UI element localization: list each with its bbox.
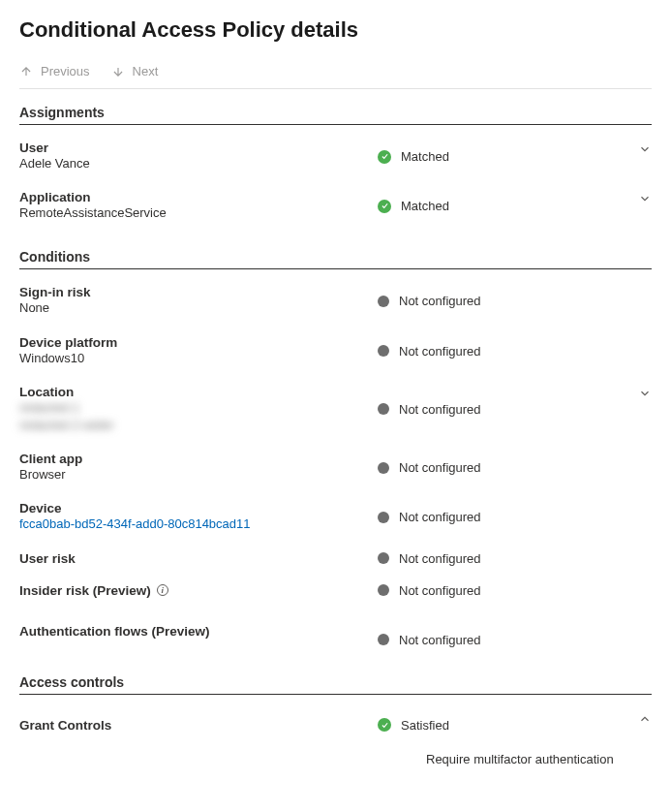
page-title: Conditional Access Policy details	[19, 17, 652, 43]
chevron-down-icon	[638, 387, 652, 400]
location-status: Not configured	[399, 402, 481, 417]
status-dot-icon	[378, 512, 389, 523]
user-risk-status: Not configured	[399, 551, 481, 566]
location-row[interactable]: Location redacted-1 redacted-2-wider Not…	[19, 379, 652, 446]
user-risk-label: User risk	[19, 551, 368, 566]
device-platform-label: Device platform	[19, 335, 368, 350]
user-status: Matched	[401, 149, 449, 164]
access-controls-header: Access controls	[19, 674, 652, 695]
next-button[interactable]: Next	[111, 64, 159, 78]
insider-risk-status: Not configured	[399, 583, 481, 598]
chevron-down-icon	[638, 192, 652, 205]
status-dot-icon	[378, 462, 389, 474]
application-value: RemoteAssistanceService	[19, 204, 368, 222]
sign-in-risk-label: Sign-in risk	[19, 285, 368, 299]
status-dot-icon	[378, 345, 389, 357]
expand-user-button[interactable]	[638, 142, 652, 159]
auth-flows-label: Authentication flows (Preview)	[19, 624, 368, 639]
sign-in-risk-status: Not configured	[399, 294, 481, 308]
device-label: Device	[19, 501, 368, 515]
user-row[interactable]: User Adele Vance Matched	[19, 135, 652, 184]
chevron-up-icon	[638, 712, 652, 726]
next-label: Next	[133, 64, 159, 78]
device-platform-value: Windows10	[19, 350, 368, 367]
check-circle-icon	[378, 718, 391, 732]
previous-button[interactable]: Previous	[19, 64, 90, 78]
client-app-status: Not configured	[399, 460, 481, 475]
status-dot-icon	[378, 403, 389, 415]
check-circle-icon	[378, 150, 391, 164]
insider-risk-text: Insider risk (Preview)	[19, 583, 151, 598]
conditions-header: Conditions	[19, 249, 652, 269]
chevron-down-icon	[638, 142, 652, 156]
client-app-label: Client app	[19, 452, 368, 466]
grant-controls-row[interactable]: Grant Controls Satisfied	[19, 704, 652, 744]
conditions-section: Conditions Sign-in risk None Not configu…	[19, 249, 652, 658]
grant-controls-status: Satisfied	[401, 718, 449, 733]
auth-flows-row: Authentication flows (Preview) Not confi…	[19, 609, 652, 659]
location-label: Location	[19, 385, 368, 399]
device-status: Not configured	[399, 510, 481, 524]
client-app-value: Browser	[19, 466, 368, 484]
assignments-section: Assignments User Adele Vance Matched App…	[19, 105, 652, 234]
grant-controls-detail: Require multifactor authentication	[19, 744, 652, 766]
client-app-row: Client app Browser Not configured	[19, 446, 652, 495]
sign-in-risk-value: None	[19, 299, 368, 317]
insider-risk-row: Insider risk (Preview) i Not configured	[19, 578, 652, 609]
status-dot-icon	[378, 584, 389, 596]
collapse-grant-button[interactable]	[638, 712, 652, 729]
grant-controls-label: Grant Controls	[19, 718, 368, 733]
expand-application-button[interactable]	[638, 192, 652, 208]
location-value-line1: redacted-1	[19, 399, 368, 417]
sign-in-risk-row: Sign-in risk None Not configured	[19, 279, 652, 328]
device-platform-status: Not configured	[399, 344, 481, 359]
user-label: User	[19, 141, 368, 155]
application-row[interactable]: Application RemoteAssistanceService Matc…	[19, 184, 652, 234]
previous-label: Previous	[41, 64, 90, 78]
user-risk-row: User risk Not configured	[19, 546, 652, 578]
auth-flows-status: Not configured	[399, 633, 481, 647]
access-controls-section: Access controls Grant Controls Satisfied…	[19, 674, 652, 766]
device-platform-row: Device platform Windows10 Not configured	[19, 329, 652, 379]
status-dot-icon	[378, 296, 389, 307]
nav-row: Previous Next	[19, 64, 652, 89]
user-value: Adele Vance	[19, 155, 368, 172]
arrow-up-icon	[19, 65, 33, 78]
expand-location-button[interactable]	[638, 387, 652, 403]
status-dot-icon	[378, 552, 389, 564]
device-id-link[interactable]: fcca0bab-bd52-434f-add0-80c814bcad11	[19, 515, 368, 533]
device-row: Device fcca0bab-bd52-434f-add0-80c814bca…	[19, 495, 652, 545]
info-icon[interactable]: i	[157, 584, 168, 596]
check-circle-icon	[378, 200, 391, 213]
location-value-line2: redacted-2-wider	[19, 417, 368, 434]
status-dot-icon	[378, 634, 389, 645]
insider-risk-label: Insider risk (Preview) i	[19, 583, 368, 598]
application-status: Matched	[401, 199, 449, 213]
arrow-down-icon	[111, 65, 125, 78]
assignments-header: Assignments	[19, 105, 652, 125]
application-label: Application	[19, 190, 368, 204]
